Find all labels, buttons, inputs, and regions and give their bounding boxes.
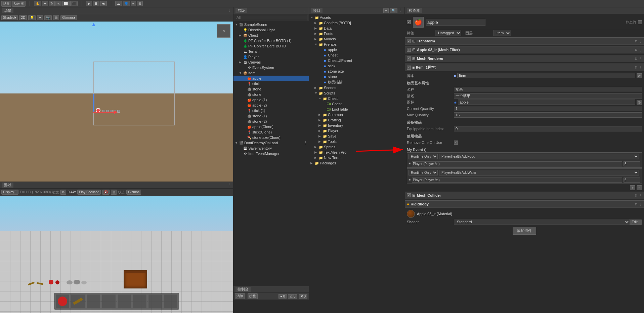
scene-menu[interactable]: ⋮ bbox=[227, 8, 231, 13]
collapse-btn[interactable]: 折叠 bbox=[248, 293, 258, 299]
rb-menu[interactable]: ⚙ ⋮ bbox=[635, 202, 642, 206]
event2-obj[interactable] bbox=[412, 178, 622, 183]
dd-menu-btn[interactable]: ⋮ bbox=[304, 141, 307, 145]
proj-packages[interactable]: ▶ 📁 Packages bbox=[309, 160, 404, 166]
proj-fonts[interactable]: ▶ 📁 Fonts bbox=[309, 31, 404, 36]
shaded-btn[interactable]: Shaded▾ bbox=[1, 15, 18, 20]
project-menu[interactable]: ⋮ bbox=[399, 8, 402, 13]
layer-select[interactable]: Item bbox=[493, 30, 511, 36]
tree-item-directional-light[interactable]: 💡 Directional Light bbox=[233, 27, 309, 33]
tree-item-pf1[interactable]: 🌲 PF Conifer Bare BOTD (1) bbox=[233, 38, 309, 43]
tree-item-stick[interactable]: 📍 stick bbox=[233, 81, 309, 86]
camera-btn[interactable]: 📷 bbox=[44, 15, 52, 20]
event-add-btn[interactable]: + bbox=[630, 185, 635, 190]
2d-btn[interactable]: 2D bbox=[19, 15, 27, 20]
console-menu[interactable]: ⋮ bbox=[303, 287, 307, 291]
event2-mode[interactable]: Runtime Only bbox=[409, 170, 438, 175]
tree-item-saveinventory[interactable]: 💾 SaveInventory bbox=[233, 146, 309, 151]
is-menu[interactable]: ⚙ ⋮ bbox=[635, 66, 642, 69]
script-select-btn[interactable]: ◎ bbox=[637, 73, 642, 78]
proj-chestuiparent[interactable]: ■ ChestUIParent bbox=[309, 58, 404, 63]
proj-chest-scripts[interactable]: ▼ 📁 Chest bbox=[309, 96, 404, 101]
mr-menu[interactable]: ⚙ ⋮ bbox=[635, 57, 642, 61]
proj-assets[interactable]: ▼ 📁 Assets bbox=[309, 15, 404, 20]
desc-field[interactable] bbox=[454, 93, 642, 99]
mf-enabled[interactable]: ✓ bbox=[407, 48, 411, 52]
proj-sprites[interactable]: ▶ 📁 Sprites bbox=[309, 144, 404, 150]
remove-on-use-checkbox[interactable]: ✓ bbox=[454, 141, 458, 145]
game-tab-label[interactable]: 游戏 bbox=[2, 183, 13, 188]
gizmos-scene-btn[interactable]: Gizmos▾ bbox=[60, 15, 77, 20]
icon-select-btn[interactable]: ◎ bbox=[637, 100, 642, 105]
tree-item-stone-2[interactable]: 🪨 stone (2) bbox=[233, 119, 309, 124]
play-btn[interactable]: ▶ bbox=[86, 1, 92, 6]
proj-inventory[interactable]: ▶ 📁 Inventory bbox=[309, 123, 404, 128]
display-btn[interactable]: Display 1 bbox=[1, 190, 18, 195]
proj-stick-prefab[interactable]: ■ stick bbox=[309, 63, 404, 69]
gizmos-game-btn[interactable]: Gizmos bbox=[126, 190, 141, 195]
proj-apple-prefab[interactable]: ■ apple bbox=[309, 47, 404, 52]
proj-player-scripts[interactable]: ▶ 📁 Player bbox=[309, 128, 404, 133]
proj-tools[interactable]: ▶ 📁 Tools bbox=[309, 139, 404, 144]
stats-btn[interactable]: ⊞ bbox=[111, 190, 117, 195]
tree-item-itemevent[interactable]: ⚙ ItemEventManager bbox=[233, 151, 309, 156]
proj-wupin[interactable]: ■ 物品描情 bbox=[309, 79, 404, 85]
proj-chest-prefab[interactable]: ■ Chest bbox=[309, 52, 404, 58]
transform-tool[interactable]: ⬛ bbox=[70, 1, 78, 6]
event2-func[interactable]: PlayerHealth.AddWater bbox=[439, 170, 639, 175]
rigidbody-header[interactable]: ● Rigidbody ⚙ ⋮ bbox=[405, 200, 644, 208]
name-field[interactable] bbox=[454, 87, 642, 92]
tree-item-stick-clone[interactable]: 📍 stick(Clone) bbox=[233, 129, 309, 135]
move-tool[interactable]: ✛ bbox=[42, 1, 48, 6]
light-btn[interactable]: 💡 bbox=[28, 15, 36, 20]
tree-item-chest[interactable]: ▶ 📦 Chest bbox=[233, 33, 309, 38]
pause-btn[interactable]: ⏸ bbox=[93, 1, 99, 6]
tree-item-apple[interactable]: 🍎 apple bbox=[233, 76, 309, 81]
scene-tab[interactable]: 场景 bbox=[1, 1, 11, 7]
tree-item-eventsystem[interactable]: ⚙ EventSystem bbox=[233, 65, 309, 70]
mf-menu[interactable]: ⚙ ⋮ bbox=[635, 48, 642, 52]
mute-btn[interactable]: 🔇 bbox=[102, 190, 110, 195]
proj-prefabs[interactable]: ▼ 📁 Prefabs bbox=[309, 42, 404, 47]
clear-btn[interactable]: 清除 bbox=[235, 293, 245, 299]
proj-scripts[interactable]: ▼ 📁 Scripts bbox=[309, 90, 404, 96]
animator-tab[interactable]: 动画器 bbox=[12, 1, 26, 7]
proj-stone-prefab[interactable]: ■ stone bbox=[309, 74, 404, 79]
tag-select[interactable]: Untagged bbox=[435, 30, 461, 36]
tree-item-stick1[interactable]: 📍 stick (1) bbox=[233, 108, 309, 113]
is-enabled[interactable]: ✓ bbox=[407, 66, 411, 70]
event1-mode[interactable]: Runtime Only bbox=[409, 154, 438, 159]
tree-item-stone2[interactable]: 🪨 stone bbox=[233, 92, 309, 97]
layers-btn[interactable]: ≡ bbox=[131, 1, 136, 6]
transform-header[interactable]: ✓ ⊞ Transform ⚙ ⋮ bbox=[405, 37, 644, 45]
mc-menu[interactable]: ⚙ ⋮ bbox=[635, 194, 642, 197]
rect-tool[interactable]: ⬜ bbox=[62, 1, 70, 6]
event1-obj[interactable] bbox=[412, 161, 622, 166]
tree-item-apple1[interactable]: 🍎 apple (1) bbox=[233, 97, 309, 103]
event1-value[interactable] bbox=[624, 161, 640, 166]
tree-item-player[interactable]: 👤 Player bbox=[233, 54, 309, 60]
scale-tool[interactable]: ⤡ bbox=[55, 1, 61, 6]
zoom-slider[interactable]: ⊖ bbox=[60, 190, 66, 195]
rotate-tool[interactable]: ↻ bbox=[49, 1, 55, 6]
proj-textmeshpro[interactable]: ▶ 📁 TextMesh Pro bbox=[309, 150, 404, 155]
mc-enabled[interactable]: ✓ bbox=[407, 193, 411, 197]
tree-item-stone[interactable]: 🪨 stone bbox=[233, 86, 309, 92]
event2-value[interactable] bbox=[624, 178, 640, 183]
proj-new-terrain[interactable]: ▶ 📁 New Terrain bbox=[309, 155, 404, 160]
cloud-btn[interactable]: ☁ bbox=[115, 1, 122, 6]
inspector-menu[interactable]: ⋮ bbox=[638, 8, 642, 13]
current-qty-field[interactable] bbox=[454, 106, 642, 111]
object-name-field[interactable] bbox=[426, 19, 485, 26]
proj-crafting[interactable]: ▶ 📁 Crafting bbox=[309, 117, 404, 123]
layout-btn[interactable]: ⊞ bbox=[137, 1, 143, 6]
active-checkbox[interactable]: ✓ bbox=[407, 20, 411, 24]
proj-stone-axe-prefab[interactable]: ■ stone axe bbox=[309, 69, 404, 74]
equip-index-field[interactable] bbox=[454, 126, 642, 131]
hand-tool[interactable]: ✋ bbox=[34, 1, 41, 6]
hierarchy-search[interactable] bbox=[235, 15, 307, 20]
proj-loottable[interactable]: C# LootTable bbox=[309, 107, 404, 112]
shader-edit-btn[interactable]: Edit... bbox=[630, 220, 642, 225]
tree-item-pf2[interactable]: 🌲 PF Conifer Bare BOTD bbox=[233, 43, 309, 49]
mr-enabled[interactable]: ✓ bbox=[407, 56, 411, 61]
